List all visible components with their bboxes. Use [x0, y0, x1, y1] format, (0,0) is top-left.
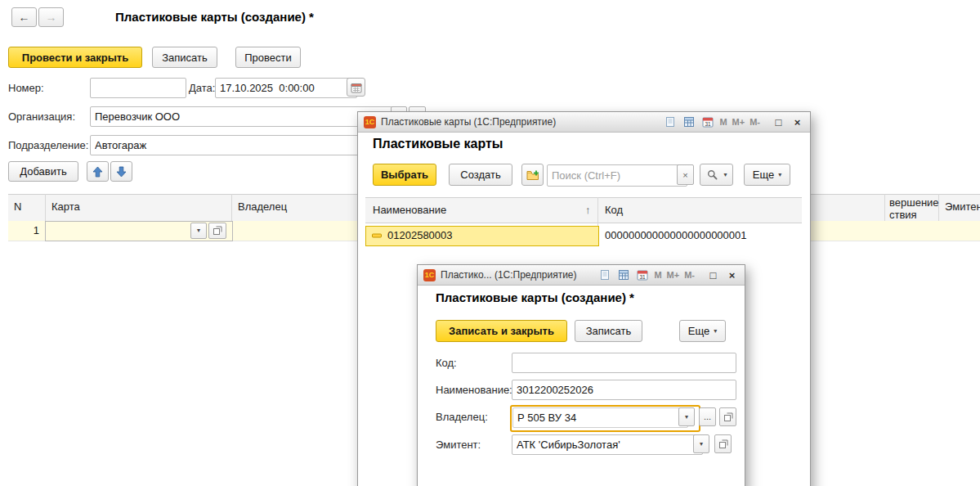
- create-button[interactable]: Создать: [449, 164, 512, 186]
- owner-dropdown-button[interactable]: ▾: [678, 407, 695, 426]
- save-and-close-button[interactable]: Записать и закрыть: [436, 320, 567, 342]
- maximize-button[interactable]: □: [706, 269, 720, 281]
- window-title: Пластиковые карты (1С:Предприятие): [381, 116, 658, 128]
- code-input[interactable]: [512, 353, 736, 373]
- 1c-logo-icon: 1С: [423, 269, 436, 281]
- search-icon: [705, 168, 719, 182]
- select-button[interactable]: Выбрать: [373, 164, 436, 186]
- create-group-button[interactable]: [521, 164, 544, 186]
- forward-arrow-icon: →: [46, 11, 57, 24]
- open-icon: [211, 224, 225, 238]
- window-title: Пластико... (1С:Предприятие): [441, 269, 593, 281]
- svg-text:31: 31: [639, 274, 646, 280]
- open-icon: [721, 410, 735, 424]
- sort-ascending-icon: ↑: [585, 204, 591, 216]
- maximize-button[interactable]: □: [772, 116, 785, 128]
- owner-input[interactable]: [512, 407, 688, 428]
- memory-m-plus-button[interactable]: М+: [732, 117, 745, 127]
- page-title: Пластиковые карты (создание) *: [115, 10, 314, 24]
- chevron-down-icon: ▾: [197, 227, 200, 234]
- card-cell-dropdown-button[interactable]: ▾: [190, 223, 207, 239]
- more-button[interactable]: Еще ▾: [679, 320, 726, 342]
- column-header-completion-line2[interactable]: ствия: [889, 209, 917, 221]
- card-edit-titlebar[interactable]: 1С Пластико... (1С:Предприятие) 31 М М+ …: [418, 265, 745, 286]
- arrow-down-icon: [114, 164, 128, 178]
- owner-field-highlight: ▾: [510, 405, 700, 432]
- forward-button[interactable]: →: [38, 7, 64, 27]
- save-button[interactable]: Записать: [575, 320, 642, 342]
- edit-heading: Пластиковые карты (создание) *: [436, 290, 634, 304]
- organization-label: Организация:: [8, 110, 75, 123]
- calculator-grid-icon[interactable]: [616, 268, 630, 282]
- issuer-input[interactable]: [512, 434, 703, 455]
- name-label: Наименование:: [436, 384, 512, 396]
- number-input[interactable]: [90, 78, 186, 98]
- move-down-button[interactable]: [110, 161, 132, 182]
- chevron-down-icon: ▾: [700, 441, 703, 448]
- memory-m-button[interactable]: М: [719, 117, 727, 127]
- number-label: Номер:: [8, 82, 44, 94]
- calendar-icon[interactable]: 31: [635, 268, 649, 282]
- back-button[interactable]: ←: [11, 7, 37, 27]
- column-header-card[interactable]: Карта: [51, 200, 80, 213]
- move-up-button[interactable]: [87, 161, 109, 182]
- owner-label: Владелец:: [436, 411, 488, 423]
- name-input[interactable]: [512, 380, 736, 400]
- chevron-down-icon: ▾: [714, 328, 717, 335]
- calculator-grid-icon[interactable]: [682, 115, 696, 129]
- card-edit-window: 1С Пластико... (1С:Предприятие) 31 М М+ …: [417, 264, 745, 486]
- svg-text:31: 31: [705, 121, 711, 127]
- memory-m-plus-button[interactable]: М+: [667, 270, 680, 280]
- back-arrow-icon: ←: [19, 11, 30, 24]
- cards-list-titlebar[interactable]: 1С Пластиковые карты (1С:Предприятие) 31…: [358, 112, 810, 133]
- close-button[interactable]: ×: [790, 116, 804, 128]
- search-input[interactable]: [547, 164, 687, 187]
- write-button[interactable]: Записать: [152, 47, 217, 68]
- item-marker-icon: [372, 231, 382, 243]
- row-number-cell: 1: [8, 224, 39, 236]
- column-header-issuer[interactable]: Эмитент: [945, 200, 980, 213]
- clear-icon: ×: [682, 170, 687, 180]
- post-button[interactable]: Провести: [235, 47, 301, 68]
- chevron-down-icon: ▾: [723, 172, 727, 178]
- column-header-code[interactable]: Код: [605, 204, 623, 216]
- memory-m-button[interactable]: М: [654, 270, 661, 280]
- owner-choose-button[interactable]: ...: [699, 407, 716, 426]
- column-header-name[interactable]: Наименование: [373, 204, 446, 216]
- memory-m-minus-button[interactable]: М-: [750, 117, 760, 127]
- date-input[interactable]: [215, 78, 357, 98]
- more-button[interactable]: Еще ▾: [744, 164, 790, 186]
- date-calendar-button[interactable]: [347, 78, 365, 97]
- close-button[interactable]: ×: [725, 269, 739, 281]
- card-cell-open-button[interactable]: [208, 223, 226, 239]
- add-row-button[interactable]: Добавить: [8, 161, 78, 182]
- date-label: Дата:: [189, 82, 215, 94]
- calendar-icon: [349, 80, 363, 94]
- chevron-down-icon: ▾: [685, 414, 688, 421]
- issuer-label: Эмитент:: [436, 439, 481, 451]
- organization-input[interactable]: [90, 106, 401, 127]
- print-icon[interactable]: [597, 268, 611, 282]
- column-header-owner[interactable]: Владелец: [238, 200, 287, 213]
- search-options-button[interactable]: ▾: [700, 164, 733, 186]
- more-label: Еще: [688, 325, 709, 337]
- column-header-completion-line1[interactable]: вершение: [889, 196, 939, 209]
- issuer-open-button[interactable]: [714, 434, 732, 453]
- owner-open-button[interactable]: [719, 407, 736, 426]
- code-label: Код:: [436, 357, 457, 369]
- post-and-close-button[interactable]: Провести и закрыть: [8, 47, 142, 68]
- ellipsis-icon: ...: [704, 412, 711, 421]
- more-label: Еще: [753, 169, 774, 181]
- search-clear-button[interactable]: ×: [677, 164, 694, 185]
- print-icon[interactable]: [663, 115, 677, 129]
- column-header-n[interactable]: N: [14, 200, 21, 213]
- list-row-name-cell[interactable]: 01202580003: [365, 226, 599, 246]
- issuer-dropdown-button[interactable]: ▾: [693, 434, 709, 453]
- calendar-icon[interactable]: 31: [700, 115, 714, 129]
- open-icon: [716, 437, 730, 451]
- create-group-icon: [526, 168, 539, 182]
- memory-m-minus-button[interactable]: М-: [684, 270, 695, 280]
- department-input[interactable]: [90, 135, 401, 155]
- list-row-code[interactable]: 000000000000000000000001: [605, 229, 747, 241]
- chevron-down-icon: ▾: [778, 172, 781, 178]
